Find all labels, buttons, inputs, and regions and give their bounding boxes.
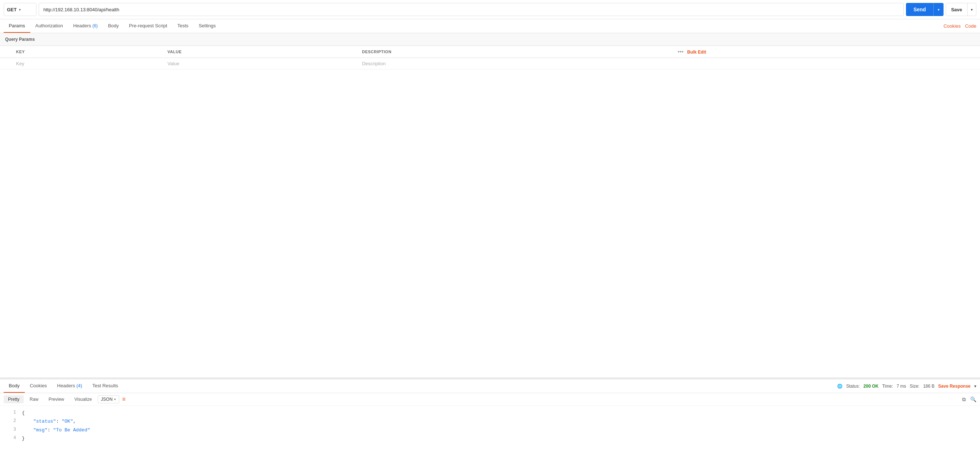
- send-button-group: Send ▾: [906, 3, 943, 16]
- line-num-2: 2: [5, 417, 16, 426]
- method-label: GET: [7, 7, 17, 13]
- resp-headers-badge: (4): [76, 383, 82, 388]
- format-dropdown[interactable]: JSON ▾: [98, 395, 119, 403]
- status-label: Status:: [846, 384, 860, 389]
- response-tabs-bar: Body Cookies Headers (4) Test Results 🌐 …: [0, 379, 980, 393]
- time-label: Time:: [882, 384, 893, 389]
- tab-settings[interactable]: Settings: [194, 19, 221, 33]
- key-col-header: KEY: [11, 46, 162, 58]
- save-response-button[interactable]: Save Response: [938, 384, 970, 389]
- code-content-1: {: [22, 409, 975, 417]
- save-dropdown-button[interactable]: ▾: [967, 3, 976, 16]
- code-line-3: 3 "msg": "To Be Added": [0, 426, 980, 434]
- tab-authorization[interactable]: Authorization: [30, 19, 68, 33]
- save-button-group: Save ▾: [946, 3, 976, 16]
- tab-headers[interactable]: Headers (6): [68, 19, 103, 33]
- cookies-link[interactable]: Cookies: [943, 23, 961, 29]
- resp-tab-test-results[interactable]: Test Results: [87, 379, 123, 393]
- save-dropdown-arrow: ▾: [971, 8, 973, 12]
- globe-icon: 🌐: [837, 384, 843, 389]
- format-tab-preview[interactable]: Preview: [44, 395, 68, 403]
- copy-button[interactable]: ⧉: [962, 396, 966, 403]
- table-row: Key Value Description: [0, 58, 980, 70]
- desc-cell[interactable]: Description: [357, 58, 673, 70]
- save-response-arrow: ▾: [974, 384, 976, 389]
- size-value: 186 B: [923, 384, 934, 389]
- tab-body[interactable]: Body: [103, 19, 124, 33]
- wrap-button[interactable]: ≡: [122, 396, 126, 403]
- response-area: Body Cookies Headers (4) Test Results 🌐 …: [0, 379, 980, 470]
- format-tab-pretty[interactable]: Pretty: [4, 395, 24, 403]
- format-tab-raw[interactable]: Raw: [25, 395, 43, 403]
- code-content-3: "msg": "To Be Added": [22, 426, 975, 434]
- desc-col-header: DESCRIPTION: [357, 46, 673, 58]
- bulk-edit-col-header: ••• Bulk Edit: [673, 46, 980, 58]
- response-format-bar: Pretty Raw Preview Visualize JSON ▾ ≡ ⧉ …: [0, 393, 980, 406]
- send-button[interactable]: Send: [906, 3, 933, 16]
- tab-right-actions: Cookies Code: [943, 23, 976, 29]
- save-button[interactable]: Save: [946, 3, 967, 16]
- response-meta: 🌐 Status: 200 OK Time: 7 ms Size: 186 B …: [837, 384, 976, 389]
- params-table: KEY VALUE DESCRIPTION ••• Bulk Edit Key …: [0, 46, 980, 70]
- size-label: Size:: [910, 384, 920, 389]
- request-body-area: Query Params KEY VALUE DESCRIPTION ••• B…: [0, 33, 980, 378]
- format-tab-visualize[interactable]: Visualize: [70, 395, 96, 403]
- three-dots-icon[interactable]: •••: [678, 49, 686, 55]
- code-link[interactable]: Code: [965, 23, 976, 29]
- code-line-4: 4 }: [0, 434, 980, 443]
- line-num-1: 1: [5, 409, 16, 417]
- code-line-2: 2 "status": "OK",: [0, 417, 980, 426]
- headers-badge: (6): [92, 23, 98, 29]
- resp-tab-body[interactable]: Body: [4, 379, 25, 393]
- tab-params[interactable]: Params: [4, 19, 30, 33]
- line-num-3: 3: [5, 426, 16, 434]
- top-bar: GET ▾ Send ▾ Save ▾: [0, 0, 980, 19]
- request-tabs-bar: Params Authorization Headers (6) Body Pr…: [0, 19, 980, 33]
- method-dropdown-arrow: ▾: [19, 8, 21, 12]
- url-input[interactable]: [39, 3, 904, 16]
- send-dropdown-button[interactable]: ▾: [933, 3, 943, 16]
- format-dropdown-label: JSON: [101, 397, 113, 402]
- query-params-header: Query Params: [0, 33, 980, 46]
- code-line-1: 1 {: [0, 409, 980, 417]
- row-actions-cell: [673, 58, 980, 70]
- tab-tests[interactable]: Tests: [172, 19, 194, 33]
- response-code-area: 1 { 2 "status": "OK", 3 "msg": "To Be Ad…: [0, 406, 980, 470]
- key-cell[interactable]: Key: [11, 58, 162, 70]
- format-dropdown-arrow: ▾: [114, 397, 116, 401]
- query-params-section: Query Params KEY VALUE DESCRIPTION ••• B…: [0, 33, 980, 378]
- checkbox-col-header: [0, 46, 11, 58]
- resp-tab-cookies[interactable]: Cookies: [25, 379, 52, 393]
- value-col-header: VALUE: [162, 46, 357, 58]
- value-cell[interactable]: Value: [162, 58, 357, 70]
- line-num-4: 4: [5, 434, 16, 443]
- search-button[interactable]: 🔍: [970, 396, 976, 402]
- code-content-4: }: [22, 434, 975, 443]
- method-selector[interactable]: GET ▾: [4, 3, 37, 16]
- tab-prerequest[interactable]: Pre-request Script: [124, 19, 172, 33]
- code-content-2: "status": "OK",: [22, 417, 975, 426]
- row-checkbox-cell: [0, 58, 11, 70]
- bulk-edit-button[interactable]: Bulk Edit: [687, 49, 706, 55]
- status-value: 200 OK: [863, 384, 878, 389]
- send-dropdown-arrow: ▾: [938, 8, 940, 12]
- resp-tab-headers[interactable]: Headers (4): [52, 379, 88, 393]
- time-value: 7 ms: [897, 384, 906, 389]
